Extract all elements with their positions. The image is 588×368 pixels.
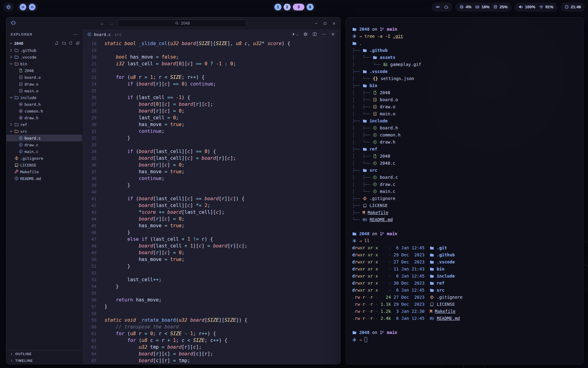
code-line-42[interactable]: 42 board[last_cell][c] *= 2;	[82, 202, 340, 209]
code-line-20[interactable]: 20 bool has_move = false;	[82, 54, 340, 60]
audio-network-stats[interactable]: 100%91%	[514, 2, 557, 12]
gear-button[interactable]	[303, 32, 308, 37]
code-line-34[interactable]: 34 if (board[last_cell][c] == 0) {	[82, 148, 340, 155]
panel-outline[interactable]: OUTLINE	[6, 351, 82, 357]
terminal-window[interactable]: 2048 on main → tree -a -I .git .├── .git…	[346, 17, 583, 364]
tree-item-draw.h[interactable]: draw.h	[6, 114, 82, 121]
code-line-44[interactable]: 44 board[r][c] = 0;	[82, 216, 340, 222]
code-line-24[interactable]: 24 if (board[r][c] == 0) continue;	[82, 81, 340, 87]
code-line-49[interactable]: 49 board[r][c] = 0;	[82, 249, 340, 256]
code-line-32[interactable]: 32 }	[82, 135, 340, 141]
workspace-2[interactable]: 2	[284, 4, 291, 10]
code-editor[interactable]: 18static bool _slide_col(u32 board[SIZE]…	[82, 40, 340, 364]
code-line-57[interactable]: 57}	[82, 303, 340, 310]
split-editor-button[interactable]	[312, 32, 317, 37]
launcher-button[interactable]	[3, 2, 14, 12]
code-line-38[interactable]: 38 continue;	[82, 175, 340, 182]
code-line-28[interactable]: 28 board[r][c] = 0;	[82, 108, 340, 114]
tree-item-ref[interactable]: ref	[6, 121, 82, 128]
workspace-3[interactable]: 3	[293, 4, 304, 10]
workspace-8[interactable]: 8	[307, 4, 314, 10]
maximize-button[interactable]	[323, 21, 327, 26]
tree-item-common.h[interactable]: common.h	[6, 108, 82, 114]
close-button[interactable]	[331, 32, 335, 37]
code-line-63[interactable]: 63 u32 tmp = board[r][c];	[82, 344, 340, 351]
code-line-29[interactable]: 29 last_cell = 0;	[82, 114, 340, 121]
new-folder-button[interactable]	[62, 41, 66, 46]
code-line-26[interactable]: 26 if (last_cell == -1) {	[82, 94, 340, 101]
nav-back-button[interactable]: ←	[100, 21, 105, 26]
code-line-18[interactable]: 18static bool _slide_col(u32 board[SIZE]…	[82, 40, 340, 47]
code-line-45[interactable]: 45 has_move = true;	[82, 222, 340, 229]
weather-widget[interactable]	[432, 2, 452, 12]
tree-item-draw.o[interactable]: draw.o	[6, 81, 82, 87]
code-line-31[interactable]: 31 continue;	[82, 128, 340, 135]
code-line-62[interactable]: 62 for (u8 c = r + 1; c < SIZE; c++) {	[82, 337, 340, 344]
collapse-all-button[interactable]	[76, 41, 80, 46]
code-line-22[interactable]: 22	[82, 67, 340, 74]
nav-forward-button[interactable]: →	[109, 21, 114, 26]
code-line-21[interactable]: 21 i32 last_cell = board[0][c] == 0 ? -1…	[82, 60, 340, 67]
run-button[interactable]	[291, 32, 299, 37]
media-next-button[interactable]	[29, 4, 36, 10]
code-line-54[interactable]: 54 }	[82, 283, 340, 290]
code-line-41[interactable]: 41 if (board[last_cell][c] == board[r][c…	[82, 195, 340, 202]
code-line-23[interactable]: 23 for (u8 r = 1; r < SIZE; r++) {	[82, 74, 340, 81]
code-line-65[interactable]: 65 board[c][r] = tmp;	[82, 357, 340, 364]
code-line-30[interactable]: 30 has_move = true;	[82, 121, 340, 128]
code-line-51[interactable]: 51 }	[82, 263, 340, 270]
tree-item-.vscode[interactable]: .vscode	[6, 54, 82, 60]
code-line-48[interactable]: 48 board[last_cell + 1][c] = board[r][c]…	[82, 243, 340, 249]
minimize-button[interactable]	[314, 21, 318, 26]
tree-item-README.md[interactable]: README.md	[6, 175, 82, 182]
media-prev-button[interactable]	[20, 4, 26, 10]
close-button[interactable]	[332, 21, 336, 26]
tree-item-.gitignore[interactable]: .gitignore	[6, 155, 82, 162]
tree-item-board.o[interactable]: board.o	[6, 74, 82, 81]
tree-item-bin[interactable]: bin	[6, 60, 82, 67]
tree-item-draw.c[interactable]: draw.c	[6, 141, 82, 148]
tree-item-board.h[interactable]: board.h	[6, 101, 82, 108]
code-line-27[interactable]: 27 board[0][c] = board[r][c];	[82, 101, 340, 108]
code-line-50[interactable]: 50 has_move = true;	[82, 256, 340, 263]
code-line-46[interactable]: 46 }	[82, 229, 340, 236]
code-line-19[interactable]: 19	[82, 47, 340, 54]
code-line-35[interactable]: 35 board[last_cell][c] = board[r][c];	[82, 155, 340, 162]
more-actions-icon[interactable]	[74, 32, 78, 36]
tree-item-board.c[interactable]: board.c	[6, 135, 82, 141]
code-line-40[interactable]: 40	[82, 189, 340, 195]
code-line-33[interactable]: 33	[82, 141, 340, 148]
code-line-52[interactable]: 52	[82, 270, 340, 276]
tree-item-include[interactable]: include	[6, 94, 82, 101]
new-file-button[interactable]	[55, 41, 59, 46]
code-line-58[interactable]: 58	[82, 310, 340, 317]
code-line-47[interactable]: 47 else if (last_cell + 1 != r) {	[82, 236, 340, 243]
clock-widget[interactable]: 21:46	[560, 2, 585, 12]
code-line-37[interactable]: 37 has_move = true;	[82, 168, 340, 175]
tree-item-LICENSE[interactable]: LICENSE	[6, 162, 82, 168]
code-line-25[interactable]: 25	[82, 87, 340, 94]
code-line-64[interactable]: 64 board[r][c] = board[c][r];	[82, 351, 340, 357]
more-button[interactable]	[322, 32, 326, 37]
code-line-43[interactable]: 43 *score += board[last_cell][c];	[82, 209, 340, 216]
code-line-53[interactable]: 53 last_cell++;	[82, 276, 340, 283]
titlebar-search[interactable]: 2048	[118, 19, 247, 27]
titlebar[interactable]: ← → 2048	[6, 17, 340, 29]
tree-item-main.c[interactable]: main.c	[6, 148, 82, 155]
code-line-59[interactable]: 59static void _rotate_board(u32 board[SI…	[82, 317, 340, 324]
code-line-61[interactable]: 61 for (u8 r = 0; r < SIZE - 1; r++) {	[82, 330, 340, 337]
tree-item-src[interactable]: src	[6, 128, 82, 135]
code-line-36[interactable]: 36 board[r][c] = 0;	[82, 162, 340, 168]
tree-item-main.o[interactable]: main.o	[6, 87, 82, 94]
editor-tab-bar[interactable]: board.c src	[82, 29, 340, 40]
panel-timeline[interactable]: TIMELINE	[6, 357, 82, 364]
tree-item-.github[interactable]: .github	[6, 47, 82, 54]
code-line-60[interactable]: 60 // transpose the board	[82, 324, 340, 330]
system-stats[interactable]: 4%16%25%	[455, 2, 512, 12]
tree-item-2048[interactable]: 2048	[6, 67, 82, 74]
code-line-56[interactable]: 56 return has_move;	[82, 297, 340, 303]
code-line-55[interactable]: 55	[82, 290, 340, 297]
code-line-39[interactable]: 39 }	[82, 182, 340, 189]
project-root-row[interactable]: 2048	[6, 40, 82, 47]
workspace-1[interactable]: 1	[274, 4, 281, 10]
